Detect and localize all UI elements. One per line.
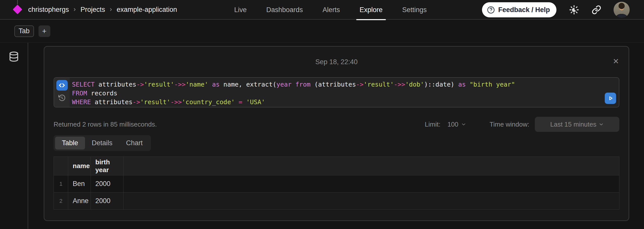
link-icon [592, 5, 601, 15]
filler-header [124, 157, 619, 175]
chevron-down-icon [598, 122, 604, 127]
sql-code[interactable]: SELECT attributes->'result'->>'name' as … [70, 78, 619, 107]
rownum-header [54, 157, 68, 175]
row-number: 2 [54, 193, 68, 210]
editor-gutter [54, 78, 70, 107]
filler-cell [124, 175, 619, 193]
close-icon[interactable]: ✕ [613, 58, 619, 65]
row-number: 1 [54, 175, 68, 193]
view-tab-table[interactable]: Table [55, 137, 85, 149]
view-tab-chart[interactable]: Chart [119, 137, 149, 149]
status-row: Returned 2 rows in 85 milliseconds. Limi… [54, 117, 619, 132]
main-panel: Sep 18, 22:40 ✕ [28, 43, 644, 229]
result-summary: Returned 2 rows in 85 milliseconds. [54, 121, 157, 128]
breadcrumb: christophergs Projects example-applicati… [28, 6, 177, 14]
primary-nav: Live Dashboards Alerts Explore Settings [234, 0, 427, 20]
time-window-value: Last 15 minutes [550, 121, 596, 128]
logo-line [17, 0, 18, 5]
add-tab-button[interactable]: + [38, 25, 50, 37]
play-icon [607, 95, 614, 102]
limit-dropdown[interactable]: 100 [448, 121, 466, 128]
question-circle-icon [487, 6, 495, 14]
user-avatar[interactable] [614, 2, 630, 18]
query-tabbar: Tab + [0, 20, 644, 43]
limit-label: Limit: [425, 121, 440, 128]
birth-year-header: birth year [91, 157, 124, 175]
app-logo[interactable] [11, 0, 25, 19]
query-tab[interactable]: Tab [14, 25, 34, 37]
nav-item-settings[interactable]: Settings [402, 0, 427, 20]
chevron-right-icon [72, 7, 77, 12]
results-table: name birth year 1Ben20002Anne2000 [54, 157, 619, 210]
nav-item-explore[interactable]: Explore [359, 0, 383, 20]
logo-diamond-icon [13, 5, 22, 14]
results-table-body: 1Ben20002Anne2000 [54, 175, 619, 210]
content-area: Sep 18, 22:40 ✕ [0, 43, 644, 229]
table-cell: 2000 [91, 193, 124, 210]
history-icon [58, 94, 66, 102]
sql-editor[interactable]: SELECT attributes->'result'->>'name' as … [54, 77, 619, 107]
run-query-button[interactable] [605, 93, 616, 104]
theme-toggle-button[interactable] [569, 5, 579, 15]
sun-moon-icon [569, 5, 579, 15]
time-window-label: Time window: [490, 121, 529, 128]
left-sidebar [0, 43, 28, 229]
filler-cell [124, 193, 619, 210]
time-window-dropdown[interactable]: Last 15 minutes [535, 117, 619, 132]
query-timestamp: Sep 18, 22:40 [315, 58, 357, 66]
result-view-tabs: Table Details Chart [54, 135, 151, 151]
table-row[interactable]: 1Ben2000 [54, 175, 619, 193]
limit-value: 100 [448, 121, 458, 128]
navbar-actions: Feedback / Help [482, 0, 630, 20]
feedback-help-label: Feedback / Help [498, 6, 550, 14]
chevron-right-icon [109, 7, 113, 12]
nav-item-alerts[interactable]: Alerts [323, 0, 340, 20]
view-tab-details[interactable]: Details [85, 137, 119, 149]
nav-item-dashboards[interactable]: Dashboards [266, 0, 303, 20]
code-mode-button[interactable] [56, 80, 68, 91]
table-row[interactable]: 2Anne2000 [54, 193, 619, 210]
database-icon[interactable] [8, 51, 20, 62]
table-header-row: name birth year [54, 157, 619, 175]
query-card: Sep 18, 22:40 ✕ [44, 46, 629, 221]
breadcrumb-org[interactable]: christophergs [28, 6, 69, 14]
top-navbar: christophergs Projects example-applicati… [0, 0, 644, 20]
query-history-button[interactable] [58, 94, 66, 102]
copy-link-button[interactable] [592, 5, 601, 15]
query-controls: Limit: 100 Time window: Last 15 minutes [425, 117, 619, 132]
breadcrumb-project[interactable]: example-application [117, 6, 177, 14]
name-header: name [68, 157, 91, 175]
nav-item-live[interactable]: Live [234, 0, 247, 20]
feedback-help-button[interactable]: Feedback / Help [482, 2, 556, 17]
breadcrumb-section[interactable]: Projects [80, 6, 105, 14]
query-card-header: Sep 18, 22:40 ✕ [44, 47, 629, 77]
code-icon [58, 82, 66, 89]
table-cell: Ben [68, 175, 91, 193]
table-cell: Anne [68, 193, 91, 210]
table-cell: 2000 [91, 175, 124, 193]
chevron-down-icon [461, 122, 466, 127]
